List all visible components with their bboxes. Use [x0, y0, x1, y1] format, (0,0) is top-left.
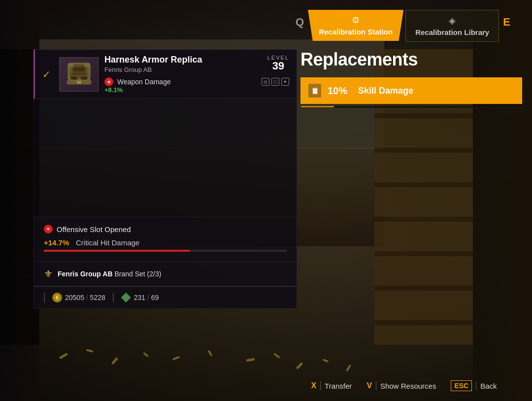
svg-rect-11	[77, 81, 81, 84]
back-label: Back	[480, 382, 497, 390]
tab-library-label: Recalibration Library	[415, 28, 489, 36]
svg-rect-12	[73, 67, 85, 71]
slot-title-row: ✦ Offensive Slot Opened	[44, 225, 287, 234]
replacement-bar-fill	[301, 106, 334, 107]
materials-icon	[121, 293, 131, 302]
brand-count: (2/3)	[147, 270, 162, 278]
stat-icons: ◎ ⬡ ✦	[262, 78, 289, 86]
transfer-label: Transfer	[325, 382, 352, 390]
svg-rect-6	[81, 76, 87, 80]
stat-name: Weapon Damage	[117, 78, 171, 86]
res-credits: € 20505 / 5228	[52, 293, 105, 302]
res-separator	[44, 293, 45, 302]
item-check-icon: ✓	[42, 68, 51, 80]
item-stat-row: ✦ Weapon Damage ◎ ⬡ ✦	[104, 77, 289, 86]
show-resources-label: Show Resources	[380, 382, 436, 390]
show-resources-action[interactable]: V Show Resources	[366, 381, 436, 390]
bottom-action-bar: X Transfer V Show Resources ESC Back	[286, 380, 522, 391]
right-panel: Replacements 📋 10% Skill Damage	[300, 49, 522, 108]
offensive-slot-icon: ✦	[44, 225, 53, 234]
slot-stat-row: +14.7% Critical Hit Damage	[44, 238, 287, 247]
level-value: 39	[267, 61, 289, 71]
replacement-bar-wrapper	[300, 106, 522, 108]
stat-icon-3: ✦	[281, 78, 289, 86]
ui-container: Q ⚙ Recalibration Station ◈ Recalibratio…	[0, 0, 532, 401]
svg-rect-5	[71, 76, 77, 80]
tab-station-label: Recalibration Station	[319, 28, 393, 36]
transfer-key: X	[311, 381, 316, 390]
item-level: LEVEL 39	[267, 55, 289, 71]
brand-set-icon: ⚜	[44, 268, 53, 280]
item-details: Harnesk Armor Replica Fenris Group AB ✦ …	[104, 55, 289, 94]
slot-stat-value: +14.7%	[44, 238, 71, 247]
resources-row: € 20505 / 5228 231 / 69	[33, 286, 297, 309]
tab-recalibration-library[interactable]: ◈ Recalibration Library	[405, 10, 499, 42]
left-item-panel: ✓	[33, 49, 297, 309]
item-header: ✓	[33, 49, 297, 99]
tab-q-key: Q	[296, 16, 304, 29]
recalibration-station-icon: ⚙	[352, 15, 360, 26]
res-materials: 231 / 69	[121, 293, 159, 302]
separator-2	[376, 381, 376, 390]
tab-e-key: E	[503, 16, 510, 29]
separator-3	[476, 381, 476, 390]
brand-set-row: ⚜ Fenris Group AB Brand Set (2/3)	[33, 262, 297, 286]
replacements-title: Replacements	[300, 49, 522, 70]
replacement-item-active[interactable]: 📋 10% Skill Damage	[300, 77, 522, 104]
stat-value: +8.1%	[104, 86, 289, 94]
slot-title: Offensive Slot Opened	[57, 225, 131, 234]
transfer-action[interactable]: X Transfer	[311, 381, 352, 390]
tab-bar: Q ⚙ Recalibration Station ◈ Recalibratio…	[296, 10, 522, 42]
offensive-slot-section: ✦ Offensive Slot Opened +14.7% Critical …	[33, 217, 297, 262]
replacement-percent: 10%	[328, 85, 352, 97]
credits-icon: €	[52, 293, 62, 302]
item-image	[59, 57, 99, 92]
tab-recalibration-station[interactable]: ⚙ Recalibration Station	[308, 10, 403, 41]
item-name: Harnesk Armor Replica	[104, 55, 289, 65]
slot-bar-fill	[44, 250, 190, 252]
res-separator-2	[113, 293, 114, 302]
back-key: ESC	[451, 380, 472, 391]
slot-bar	[44, 250, 287, 252]
brand-set-label: Fenris Group AB Brand Set (2/3)	[58, 270, 161, 278]
replacement-clipboard-icon: 📋	[308, 83, 322, 98]
replacement-skill-damage: Skill Damage	[358, 86, 515, 96]
stat-damage-icon: ✦	[104, 77, 113, 86]
item-brand: Fenris Group AB	[104, 66, 289, 73]
stat-icon-1: ◎	[262, 78, 269, 86]
materials-value: 231 / 69	[134, 294, 159, 301]
stat-icon-2: ⬡	[271, 78, 279, 86]
credits-value: 20505 / 5228	[65, 294, 105, 301]
armor-vest-icon	[63, 61, 95, 88]
slot-stat-name: Critical Hit Damage	[76, 238, 287, 247]
recalibration-library-icon: ◈	[449, 15, 456, 26]
back-action[interactable]: ESC Back	[451, 380, 497, 391]
item-empty-space	[33, 99, 297, 217]
resources-key: V	[366, 381, 372, 390]
separator-1	[320, 381, 321, 390]
